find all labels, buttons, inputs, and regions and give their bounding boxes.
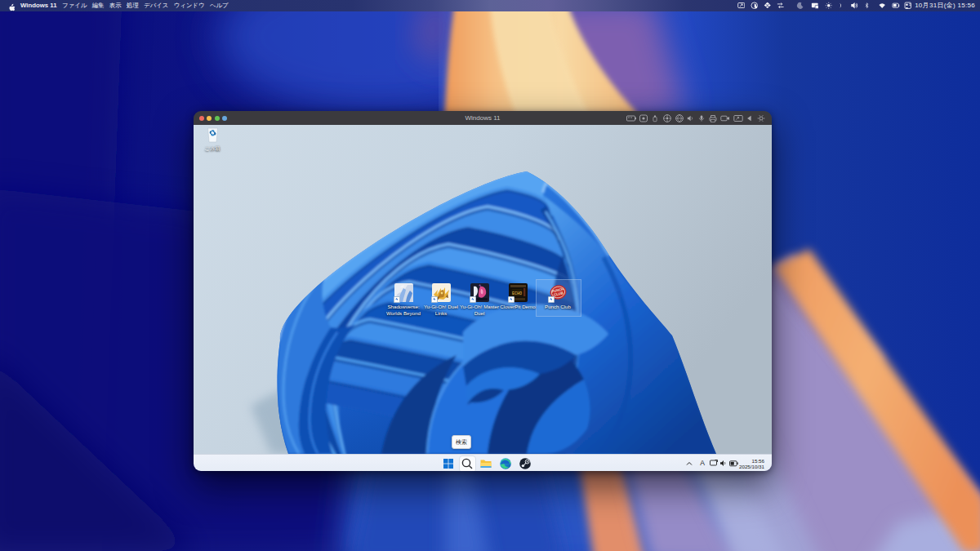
svg-text:ECHO: ECHO [511, 291, 521, 296]
